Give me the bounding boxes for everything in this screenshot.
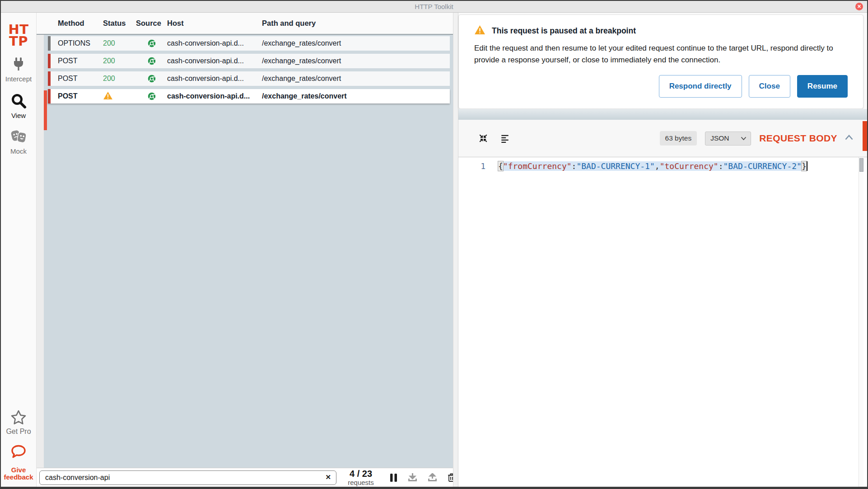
format-code-icon[interactable] <box>500 133 510 143</box>
path-cell: /exchange_rates/convert <box>262 57 450 65</box>
source-cell <box>136 57 167 65</box>
http-toolkit-logo: HT TP <box>8 24 28 47</box>
path-cell: /exchange_rates/convert <box>262 75 450 83</box>
filter-wrap: ✕ <box>39 470 336 485</box>
close-button[interactable]: Close <box>749 75 790 98</box>
table-row[interactable]: POST cash-conversion-api.d.../exchange_r… <box>48 89 450 103</box>
code-token-punct: , <box>655 161 660 171</box>
sidebar-item-get-pro[interactable]: Get Pro <box>6 410 31 436</box>
code-token-punct: : <box>719 161 723 171</box>
filter-input[interactable] <box>39 470 336 485</box>
code-token-bracket: } <box>802 161 807 171</box>
method-cell: POST <box>58 92 103 100</box>
sidebar-item-intercept[interactable]: Intercept <box>5 56 32 83</box>
table-row[interactable]: OPTIONS200 cash-conversion-api.d.../exch… <box>48 36 450 51</box>
close-window-icon[interactable]: ✕ <box>855 3 863 10</box>
source-cell <box>136 39 167 47</box>
chrome-icon <box>148 57 156 65</box>
list-left-gutter <box>37 35 44 468</box>
panel-gap <box>458 109 867 120</box>
table-row[interactable]: POST200 cash-conversion-api.d.../exchang… <box>48 71 450 86</box>
column-header-path: Path and query <box>262 19 453 28</box>
plug-icon <box>11 56 26 73</box>
host-cell: cash-conversion-api.d... <box>167 57 262 65</box>
sidebar-item-view[interactable]: View <box>10 92 27 119</box>
status-cell: 200 <box>103 39 136 47</box>
download-icon[interactable] <box>408 473 417 482</box>
sidebar-item-label: View <box>11 112 26 119</box>
clear-filter-icon[interactable]: ✕ <box>325 473 331 481</box>
request-body-header: 63 bytes JSON REQUEST BODY <box>458 120 867 157</box>
request-list-header: Method Status Source Host Path and query <box>37 13 453 35</box>
editor-scrollbar-thumb[interactable] <box>859 158 863 172</box>
pane-divider[interactable] <box>453 13 458 487</box>
chat-bubble-icon <box>10 445 27 462</box>
breakpoint-buttons: Respond directly Close Resume <box>474 75 848 98</box>
chevron-down-icon <box>741 134 747 142</box>
host-cell: cash-conversion-api.d... <box>167 75 262 83</box>
code-token-key: "toCurrency" <box>660 161 719 171</box>
method-cell: POST <box>58 75 103 83</box>
logo-line2: TP <box>8 35 28 47</box>
method-cell: OPTIONS <box>58 39 103 47</box>
window-title: HTTP Toolkit <box>415 3 453 10</box>
code-content[interactable]: {"fromCurrency":"BAD-CURRENCY-1","toCurr… <box>498 161 807 171</box>
editor-scrollbar[interactable] <box>859 157 863 487</box>
request-count: 4 / 23 <box>336 469 385 478</box>
chrome-icon <box>148 92 156 100</box>
request-list-body: OPTIONS200 cash-conversion-api.d.../exch… <box>37 35 453 468</box>
collapse-section-icon[interactable] <box>845 134 854 142</box>
sidebar-item-label: Give feedback <box>3 466 34 481</box>
body-editor[interactable]: 1 {"fromCurrency":"BAD-CURRENCY-1","toCu… <box>458 157 867 487</box>
status-cell: 200 <box>103 75 136 83</box>
column-header-method: Method <box>58 19 103 28</box>
title-bar: HTTP Toolkit ✕ <box>1 1 867 13</box>
table-row[interactable]: POST200 cash-conversion-api.d.../exchang… <box>48 54 450 68</box>
sidebar: HT TP Intercept <box>1 13 37 487</box>
editor-code-line[interactable]: {"fromCurrency":"BAD-CURRENCY-1","toCurr… <box>494 157 807 487</box>
resume-button[interactable]: Resume <box>797 75 848 98</box>
request-list-footer: ✕ 4 / 23 requests <box>37 468 453 487</box>
app-window: HTTP Toolkit ✕ HT TP Intercept <box>0 0 868 489</box>
text-caret <box>807 161 807 171</box>
star-icon <box>10 410 27 425</box>
code-token-key: "fromCurrency" <box>503 161 572 171</box>
method-cell: POST <box>58 57 103 65</box>
column-header-host: Host <box>167 19 262 28</box>
selected-row-indicator <box>44 90 47 130</box>
breakpoint-description: Edit the request and then resume to let … <box>474 42 840 66</box>
column-header-status: Status <box>103 19 136 28</box>
search-icon <box>10 92 27 109</box>
section-scroll-marker <box>863 121 867 151</box>
status-cell <box>103 91 136 102</box>
format-select[interactable]: JSON <box>705 132 751 146</box>
footer-actions <box>390 473 456 482</box>
pause-icon[interactable] <box>390 473 397 482</box>
masks-icon <box>9 129 28 145</box>
compress-icon[interactable] <box>478 133 488 143</box>
sidebar-item-label: Get Pro <box>6 428 31 436</box>
sidebar-item-mock[interactable]: Mock <box>9 129 28 155</box>
host-cell: cash-conversion-api.d... <box>167 92 262 100</box>
size-badge: 63 bytes <box>660 131 697 146</box>
code-token-string: "BAD-CURRENCY-2" <box>723 161 802 171</box>
request-rows: OPTIONS200 cash-conversion-api.d.../exch… <box>48 36 450 103</box>
respond-directly-button[interactable]: Respond directly <box>659 75 742 98</box>
upload-icon[interactable] <box>428 473 437 482</box>
code-token-bracket: { <box>498 161 503 171</box>
chrome-icon <box>148 39 156 47</box>
code-token-string: "BAD-CURRENCY-1" <box>576 161 654 171</box>
request-count-unit: requests <box>336 479 385 486</box>
request-list-pane: Method Status Source Host Path and query… <box>37 13 453 487</box>
path-cell: /exchange_rates/convert <box>262 39 450 47</box>
sidebar-item-label: Mock <box>10 147 27 155</box>
editor-line-number: 1 <box>458 157 494 487</box>
sidebar-item-label: Intercept <box>5 75 32 83</box>
source-cell <box>136 75 167 83</box>
breakpoint-title: This request is paused at a breakpoint <box>492 26 636 36</box>
sidebar-item-give-feedback[interactable]: Give feedback <box>3 445 34 487</box>
host-cell: cash-conversion-api.d... <box>167 39 262 47</box>
source-cell <box>136 92 167 100</box>
warning-icon <box>103 91 113 100</box>
request-counter: 4 / 23 requests <box>336 469 385 486</box>
